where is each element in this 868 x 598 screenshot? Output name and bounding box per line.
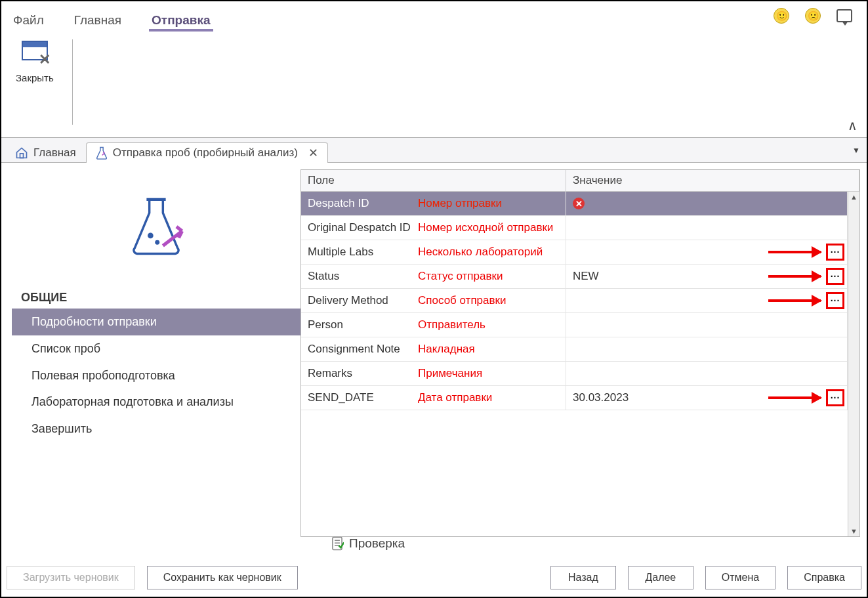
arrow-annotation-icon: [768, 299, 821, 302]
grid-header: Поле Значение: [301, 170, 859, 192]
flask-large-icon: [128, 196, 184, 261]
doc-tab-home-label: Главная: [33, 146, 76, 160]
ribbon-tab-main[interactable]: Главная: [72, 8, 124, 32]
frown-icon[interactable]: 🙁: [805, 8, 821, 24]
close-window-icon: ✕: [20, 39, 49, 68]
next-button[interactable]: Далее: [628, 566, 693, 589]
check-link[interactable]: Проверка: [324, 531, 411, 556]
checklist-icon: [331, 536, 344, 551]
smile-icon[interactable]: 🙂: [774, 8, 789, 24]
field-annotation: Номер отправки: [418, 197, 502, 210]
ribbon-tab-send[interactable]: Отправка: [149, 8, 213, 32]
ribbon-collapse-icon[interactable]: ∧: [848, 117, 858, 133]
svg-point-1: [148, 233, 154, 239]
grid-header-value[interactable]: Значение: [566, 170, 859, 191]
workspace: ОБЩИЕ Подробности отправки Список проб П…: [1, 163, 867, 544]
grid-row-multiple-labs[interactable]: Multiple Labs Несколько лабораторий ···: [301, 240, 848, 265]
field-annotation: Отправитель: [418, 318, 486, 331]
field-annotation: Дата отправки: [418, 391, 492, 404]
grid-row-send-date[interactable]: SEND_DATE Дата отправки 30.03.2023 ···: [301, 386, 848, 410]
field-label: Delivery Method: [308, 294, 388, 307]
arrow-annotation-icon: [768, 396, 821, 399]
leftnav-item-samples[interactable]: Список проб: [12, 335, 300, 362]
comment-icon[interactable]: [837, 9, 852, 22]
grid-row-person[interactable]: Person Отправитель: [301, 313, 848, 337]
property-grid: Поле Значение Despatch ID Номер отправки…: [300, 169, 860, 537]
doc-tab-despatch-label: Отправка проб (пробирный анализ): [113, 146, 298, 160]
doc-tab-despatch[interactable]: Отправка проб (пробирный анализ) ✕: [86, 142, 328, 163]
grid-header-field[interactable]: Поле: [301, 170, 566, 191]
leftnav-item-finish[interactable]: Завершить: [12, 416, 300, 442]
field-value: NEW: [573, 270, 599, 283]
field-label: SEND_DATE: [308, 391, 374, 404]
scroll-up-icon[interactable]: ▲: [850, 193, 858, 201]
doc-tab-home[interactable]: Главная: [5, 143, 86, 162]
field-label: Original Despatch ID: [308, 221, 411, 234]
field-label: Remarks: [308, 367, 352, 380]
close-button-label: Закрыть: [16, 72, 54, 83]
grid-row-despatch-id[interactable]: Despatch ID Номер отправки ✕: [301, 192, 848, 216]
doc-tab-close-icon[interactable]: ✕: [308, 146, 318, 160]
check-link-label: Проверка: [349, 536, 405, 551]
leftnav-item-fieldprep[interactable]: Полевая пробоподготовка: [12, 362, 300, 389]
help-button[interactable]: Справка: [787, 566, 861, 589]
field-annotation: Несколько лабораторий: [418, 246, 543, 259]
field-annotation: Способ отправки: [418, 294, 506, 307]
left-nav: ОБЩИЕ Подробности отправки Список проб П…: [8, 169, 300, 537]
svg-rect-0: [20, 154, 24, 158]
ribbon-right-icons: 🙂 🙁: [774, 8, 852, 24]
field-label: Status: [308, 270, 339, 283]
field-annotation: Накладная: [418, 343, 475, 356]
arrow-annotation-icon: [768, 251, 821, 253]
error-icon: ✕: [573, 198, 585, 209]
leftnav-item-labprep[interactable]: Лабораторная подготовка и анализы: [12, 389, 300, 416]
ellipsis-button[interactable]: ···: [826, 389, 844, 406]
field-annotation: Номер исходной отправки: [418, 221, 553, 234]
field-label: Consignment Note: [308, 343, 400, 356]
bottom-bar: Загрузить черновик Сохранить как чернови…: [7, 564, 861, 591]
ribbon-tab-file[interactable]: Файл: [10, 8, 47, 32]
leftnav-header: ОБЩИЕ: [12, 287, 300, 309]
field-annotation: Примечания: [418, 367, 482, 380]
home-icon: [15, 146, 28, 160]
leftnav-item-details[interactable]: Подробности отправки: [12, 309, 300, 335]
field-label: Multiple Labs: [308, 246, 373, 259]
ellipsis-button[interactable]: ···: [826, 268, 844, 285]
flask-icon: [96, 146, 108, 160]
field-label: Person: [308, 318, 343, 331]
grid-row-remarks[interactable]: Remarks Примечания: [301, 362, 848, 386]
scroll-down-icon[interactable]: ▼: [850, 527, 858, 535]
grid-scrollbar[interactable]: ▲ ▼: [848, 192, 859, 536]
load-draft-button: Загрузить черновик: [7, 566, 135, 589]
back-button[interactable]: Назад: [550, 566, 616, 589]
grid-row-status[interactable]: Status Статус отправки NEW ···: [301, 265, 848, 289]
grid-row-delivery-method[interactable]: Delivery Method Способ отправки ···: [301, 289, 848, 313]
svg-point-2: [155, 240, 159, 245]
ellipsis-button[interactable]: ···: [826, 292, 844, 309]
close-button[interactable]: ✕ Закрыть: [10, 37, 59, 86]
ribbon-separator: [72, 39, 73, 125]
grid-body: Despatch ID Номер отправки ✕ Original De…: [301, 192, 848, 536]
ellipsis-button[interactable]: ···: [826, 244, 844, 261]
grid-row-consignment-note[interactable]: Consignment Note Накладная: [301, 337, 848, 362]
field-label: Despatch ID: [308, 197, 369, 210]
field-annotation: Статус отправки: [418, 270, 503, 283]
ribbon-tabs: Файл Главная Отправка 🙂 🙁: [1, 1, 867, 32]
grid-row-original-despatch-id[interactable]: Original Despatch ID Номер исходной отпр…: [301, 216, 848, 240]
cancel-button[interactable]: Отмена: [705, 566, 775, 589]
save-draft-button[interactable]: Сохранить как черновик: [147, 566, 298, 589]
arrow-annotation-icon: [768, 275, 821, 278]
doc-tabs-dropdown-icon[interactable]: ▼: [852, 146, 860, 155]
ribbon-content: ✕ Закрыть ∧: [1, 32, 867, 138]
field-value: 30.03.2023: [573, 391, 629, 404]
document-tab-bar: Главная Отправка проб (пробирный анализ)…: [1, 138, 867, 163]
